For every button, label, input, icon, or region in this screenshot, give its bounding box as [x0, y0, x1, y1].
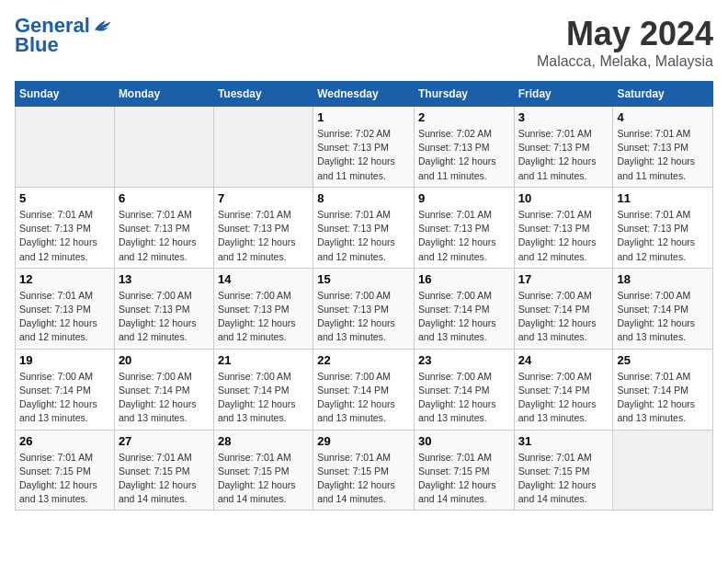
logo: General Blue [15, 15, 112, 57]
cell-date: 20 [119, 353, 210, 367]
header-row: SundayMondayTuesdayWednesdayThursdayFrid… [16, 82, 713, 107]
cell-info: Sunrise: 7:02 AM Sunset: 7:13 PM Dayligh… [418, 127, 510, 183]
cell-date: 6 [119, 191, 210, 205]
cell-info: Sunrise: 7:00 AM Sunset: 7:14 PM Dayligh… [218, 370, 309, 426]
cell-date: 19 [19, 353, 110, 367]
cell-info: Sunrise: 7:01 AM Sunset: 7:15 PM Dayligh… [19, 451, 110, 507]
cell-info: Sunrise: 7:00 AM Sunset: 7:13 PM Dayligh… [317, 289, 410, 345]
calendar-cell: 17Sunrise: 7:00 AM Sunset: 7:14 PM Dayli… [514, 268, 613, 349]
cell-date: 27 [119, 434, 210, 448]
calendar-cell: 28Sunrise: 7:01 AM Sunset: 7:15 PM Dayli… [213, 430, 313, 511]
calendar-cell: 20Sunrise: 7:00 AM Sunset: 7:14 PM Dayli… [114, 349, 213, 430]
calendar-cell: 19Sunrise: 7:00 AM Sunset: 7:14 PM Dayli… [16, 349, 115, 430]
cell-info: Sunrise: 7:00 AM Sunset: 7:14 PM Dayligh… [418, 370, 510, 426]
cell-date: 4 [617, 110, 709, 124]
calendar-cell: 16Sunrise: 7:00 AM Sunset: 7:14 PM Dayli… [414, 268, 514, 349]
cell-date: 25 [617, 353, 709, 367]
cell-date: 9 [418, 191, 510, 205]
cell-info: Sunrise: 7:01 AM Sunset: 7:13 PM Dayligh… [617, 127, 709, 183]
cell-info: Sunrise: 7:01 AM Sunset: 7:13 PM Dayligh… [19, 208, 110, 264]
cell-date: 31 [518, 434, 609, 448]
cell-date: 23 [418, 353, 510, 367]
calendar-cell: 31Sunrise: 7:01 AM Sunset: 7:15 PM Dayli… [514, 430, 613, 511]
cell-date: 15 [317, 272, 410, 286]
cell-info: Sunrise: 7:00 AM Sunset: 7:14 PM Dayligh… [317, 370, 410, 426]
cell-info: Sunrise: 7:00 AM Sunset: 7:14 PM Dayligh… [119, 370, 210, 426]
calendar-cell: 25Sunrise: 7:01 AM Sunset: 7:14 PM Dayli… [613, 349, 713, 430]
cell-date: 7 [218, 191, 309, 205]
calendar-week-5: 26Sunrise: 7:01 AM Sunset: 7:15 PM Dayli… [16, 430, 713, 511]
calendar-cell: 14Sunrise: 7:00 AM Sunset: 7:13 PM Dayli… [213, 268, 313, 349]
calendar-cell: 24Sunrise: 7:00 AM Sunset: 7:14 PM Dayli… [514, 349, 613, 430]
calendar-cell: 3Sunrise: 7:01 AM Sunset: 7:13 PM Daylig… [514, 107, 613, 188]
calendar-cell: 26Sunrise: 7:01 AM Sunset: 7:15 PM Dayli… [16, 430, 115, 511]
calendar-cell: 23Sunrise: 7:00 AM Sunset: 7:14 PM Dayli… [414, 349, 514, 430]
calendar-cell: 13Sunrise: 7:00 AM Sunset: 7:13 PM Dayli… [114, 268, 213, 349]
header-day-saturday: Saturday [613, 82, 713, 107]
cell-date: 21 [218, 353, 309, 367]
cell-date: 26 [19, 434, 110, 448]
cell-date: 28 [218, 434, 309, 448]
cell-info: Sunrise: 7:01 AM Sunset: 7:15 PM Dayligh… [119, 451, 210, 507]
cell-info: Sunrise: 7:01 AM Sunset: 7:13 PM Dayligh… [418, 208, 510, 264]
cell-info: Sunrise: 7:01 AM Sunset: 7:13 PM Dayligh… [518, 208, 609, 264]
calendar-cell: 7Sunrise: 7:01 AM Sunset: 7:13 PM Daylig… [213, 187, 313, 268]
cell-info: Sunrise: 7:00 AM Sunset: 7:14 PM Dayligh… [19, 370, 110, 426]
cell-date: 22 [317, 353, 410, 367]
cell-info: Sunrise: 7:00 AM Sunset: 7:14 PM Dayligh… [518, 289, 609, 345]
cell-date: 18 [617, 272, 709, 286]
cell-info: Sunrise: 7:01 AM Sunset: 7:13 PM Dayligh… [19, 289, 110, 345]
calendar-cell [16, 107, 115, 188]
title-location: Malacca, Melaka, Malaysia [537, 53, 713, 70]
logo-bird-icon [92, 16, 112, 36]
calendar-cell: 30Sunrise: 7:01 AM Sunset: 7:15 PM Dayli… [414, 430, 514, 511]
cell-info: Sunrise: 7:00 AM Sunset: 7:14 PM Dayligh… [418, 289, 510, 345]
header-day-friday: Friday [514, 82, 613, 107]
calendar-cell: 9Sunrise: 7:01 AM Sunset: 7:13 PM Daylig… [414, 187, 514, 268]
calendar-cell: 6Sunrise: 7:01 AM Sunset: 7:13 PM Daylig… [114, 187, 213, 268]
cell-info: Sunrise: 7:01 AM Sunset: 7:13 PM Dayligh… [119, 208, 210, 264]
calendar-cell: 15Sunrise: 7:00 AM Sunset: 7:13 PM Dayli… [313, 268, 415, 349]
page-header: General Blue May 2024 Malacca, Melaka, M… [15, 15, 713, 70]
calendar-cell: 10Sunrise: 7:01 AM Sunset: 7:13 PM Dayli… [514, 187, 613, 268]
header-day-tuesday: Tuesday [213, 82, 313, 107]
cell-date: 1 [317, 110, 410, 124]
cell-info: Sunrise: 7:01 AM Sunset: 7:14 PM Dayligh… [617, 370, 709, 426]
calendar-cell: 29Sunrise: 7:01 AM Sunset: 7:15 PM Dayli… [313, 430, 415, 511]
calendar-cell: 21Sunrise: 7:00 AM Sunset: 7:14 PM Dayli… [213, 349, 313, 430]
calendar-cell [613, 430, 713, 511]
cell-date: 2 [418, 110, 510, 124]
calendar-body: 1Sunrise: 7:02 AM Sunset: 7:13 PM Daylig… [16, 107, 713, 511]
cell-date: 30 [418, 434, 510, 448]
calendar-cell [213, 107, 313, 188]
calendar-cell: 4Sunrise: 7:01 AM Sunset: 7:13 PM Daylig… [613, 107, 713, 188]
cell-date: 3 [518, 110, 609, 124]
calendar-cell: 2Sunrise: 7:02 AM Sunset: 7:13 PM Daylig… [414, 107, 514, 188]
cell-date: 8 [317, 191, 410, 205]
calendar-week-3: 12Sunrise: 7:01 AM Sunset: 7:13 PM Dayli… [16, 268, 713, 349]
cell-info: Sunrise: 7:01 AM Sunset: 7:13 PM Dayligh… [518, 127, 609, 183]
cell-info: Sunrise: 7:01 AM Sunset: 7:15 PM Dayligh… [317, 451, 410, 507]
calendar-cell: 8Sunrise: 7:01 AM Sunset: 7:13 PM Daylig… [313, 187, 415, 268]
calendar-week-4: 19Sunrise: 7:00 AM Sunset: 7:14 PM Dayli… [16, 349, 713, 430]
calendar-week-1: 1Sunrise: 7:02 AM Sunset: 7:13 PM Daylig… [16, 107, 713, 188]
header-day-monday: Monday [114, 82, 213, 107]
cell-date: 16 [418, 272, 510, 286]
cell-date: 17 [518, 272, 609, 286]
calendar-table: SundayMondayTuesdayWednesdayThursdayFrid… [15, 81, 713, 511]
cell-info: Sunrise: 7:02 AM Sunset: 7:13 PM Dayligh… [317, 127, 410, 183]
cell-info: Sunrise: 7:00 AM Sunset: 7:14 PM Dayligh… [617, 289, 709, 345]
calendar-cell: 22Sunrise: 7:00 AM Sunset: 7:14 PM Dayli… [313, 349, 415, 430]
calendar-cell: 1Sunrise: 7:02 AM Sunset: 7:13 PM Daylig… [313, 107, 415, 188]
cell-date: 10 [518, 191, 609, 205]
calendar-cell [114, 107, 213, 188]
calendar-cell: 18Sunrise: 7:00 AM Sunset: 7:14 PM Dayli… [613, 268, 713, 349]
calendar-cell: 12Sunrise: 7:01 AM Sunset: 7:13 PM Dayli… [16, 268, 115, 349]
calendar-cell: 27Sunrise: 7:01 AM Sunset: 7:15 PM Dayli… [114, 430, 213, 511]
cell-date: 29 [317, 434, 410, 448]
cell-date: 12 [19, 272, 110, 286]
title-block: May 2024 Malacca, Melaka, Malaysia [537, 15, 713, 70]
calendar-header: SundayMondayTuesdayWednesdayThursdayFrid… [16, 82, 713, 107]
cell-date: 5 [19, 191, 110, 205]
cell-date: 11 [617, 191, 709, 205]
